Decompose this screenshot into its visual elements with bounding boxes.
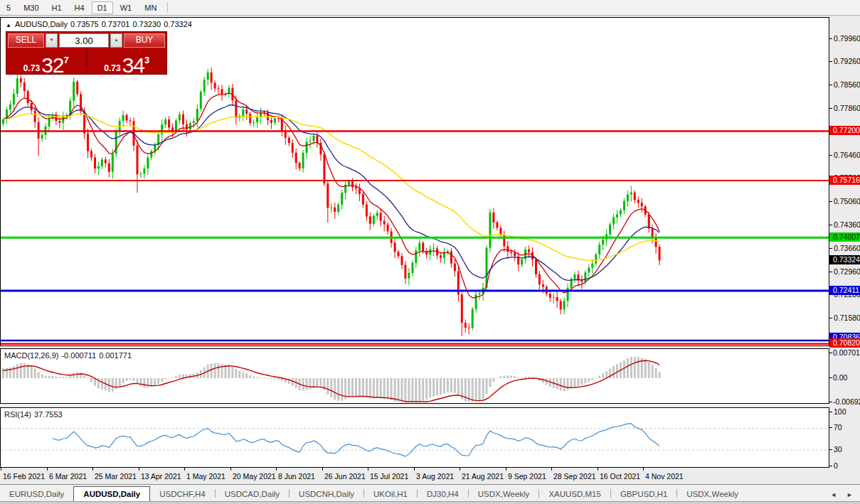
- rsi-indicator-pane[interactable]: RSI(14)37.7553: [0, 407, 829, 468]
- tab-usdcnh-daily[interactable]: USDCNH,Daily: [290, 488, 363, 501]
- tab-usdx-weekly[interactable]: USDX,Weekly: [677, 488, 748, 501]
- toolbar-separator: [167, 2, 168, 13]
- price-axis-label: 0.78560: [829, 80, 860, 90]
- price-axis-label: 0.72960: [829, 267, 860, 277]
- tab-dj30-h4[interactable]: DJ30,H4: [418, 488, 468, 501]
- quote-open: 0.73575: [70, 20, 99, 28]
- price-level-badge: 0.75716: [829, 176, 860, 185]
- ask-prefix: 0.73: [104, 63, 120, 73]
- macd-signal-value: 0.001771: [99, 351, 132, 360]
- timeframe-toolbar: 5M30H1H4D1W1MN: [0, 0, 860, 16]
- price-axis-label: 0.76460: [829, 151, 860, 160]
- date-label: 13 Apr 2021: [141, 472, 181, 481]
- date-tick: [551, 468, 552, 471]
- rsi-label: RSI(14)37.7553: [4, 410, 65, 419]
- quote-low: 0.73230: [132, 20, 161, 28]
- date-label: 4 Nov 2021: [645, 472, 684, 481]
- timeframe-button-mn[interactable]: MN: [139, 1, 162, 14]
- timeframe-button-h1[interactable]: H1: [46, 1, 68, 14]
- date-tick: [276, 468, 277, 471]
- macd-axis-label: 0.00: [829, 373, 860, 382]
- tab-usdchf-h4[interactable]: USDCHF,H4: [150, 488, 215, 501]
- volume-increase-button[interactable]: ▲: [110, 33, 122, 48]
- timeframe-button-5[interactable]: 5: [1, 1, 16, 14]
- price-axis-label: 0.73660: [829, 244, 860, 253]
- tab-eurusd-daily[interactable]: EURUSD,Daily: [0, 488, 73, 501]
- macd-indicator-pane[interactable]: MACD(12,26,9)-0.0007110.001771: [0, 348, 829, 404]
- tab-audusd-daily[interactable]: AUDUSD,Daily: [73, 486, 150, 501]
- macd-label: MACD(12,26,9)-0.0007110.001771: [4, 351, 134, 360]
- bid-price-display[interactable]: 0.73327: [6, 48, 86, 73]
- timeframe-button-h4[interactable]: H4: [69, 1, 90, 14]
- price-axis-label: 0.79260: [829, 57, 860, 66]
- price-level-badge: 0.77200: [829, 126, 860, 135]
- ask-pipette: 3: [144, 55, 149, 65]
- macd-name: MACD(12,26,9): [4, 351, 58, 360]
- price-level-badge: 0.73324: [829, 255, 860, 264]
- date-label: 25 Mar 2021: [95, 472, 137, 481]
- date-tick: [139, 468, 139, 471]
- rsi-axis-label: 0: [829, 461, 860, 471]
- sell-button[interactable]: SELL: [8, 33, 44, 48]
- buy-button[interactable]: BUY: [124, 33, 165, 48]
- tab-scroll-left-icon[interactable]: ◄: [830, 491, 837, 498]
- quote-close: 0.73324: [164, 20, 192, 28]
- date-label: 26 Jun 2021: [324, 472, 366, 481]
- price-axis-label: 0.79960: [829, 34, 860, 43]
- price-axis-label: 0.71580: [829, 313, 860, 323]
- price-axis-label: 0.75060: [829, 197, 860, 206]
- ask-price-display[interactable]: 0.73343: [87, 48, 167, 73]
- trading-terminal: 5M30H1H4D1W1MN ▲AUDUSD,Daily0.735750.737…: [0, 0, 860, 504]
- rsi-name: RSI(14): [4, 410, 31, 419]
- price-axis: 0.799600.792600.785600.778600.771600.764…: [829, 0, 860, 484]
- date-label: 8 Jun 2021: [278, 472, 315, 481]
- bid-big-digits: 32: [41, 53, 63, 77]
- bid-prefix: 0.73: [23, 63, 40, 73]
- tab-gbpusd-h1[interactable]: GBPUSD,H1: [611, 488, 676, 501]
- macd-axis-label: -0.006923: [829, 397, 860, 407]
- macd-axis-label: 0.007015: [829, 348, 860, 358]
- rsi-axis-label: 100: [829, 407, 860, 417]
- tab-xauusd-m15[interactable]: XAUUSD,M15: [539, 488, 610, 501]
- date-tick: [230, 468, 231, 471]
- timeframe-button-d1[interactable]: D1: [92, 1, 113, 14]
- date-tick: [368, 468, 368, 471]
- chart-quote-header: ▲AUDUSD,Daily0.735750.737010.732300.7332…: [6, 20, 195, 28]
- date-label: 21 Aug 2021: [462, 472, 504, 481]
- ask-big-digits: 34: [122, 53, 144, 77]
- volume-input[interactable]: [59, 33, 109, 48]
- date-tick: [643, 468, 644, 471]
- timeframe-button-w1[interactable]: W1: [115, 1, 138, 14]
- date-label: 16 Oct 2021: [600, 472, 640, 481]
- symbol-period-label: AUDUSD,Daily: [15, 20, 68, 28]
- rsi-axis-label: 30: [829, 445, 860, 454]
- price-axis-label: 0.74360: [829, 220, 860, 230]
- bottom-strip: [0, 501, 860, 504]
- timeframe-button-m30[interactable]: M30: [18, 1, 44, 14]
- date-tick: [92, 468, 93, 471]
- date-label: 20 May 2021: [233, 472, 276, 481]
- date-tick: [1, 468, 1, 471]
- date-axis: 16 Feb 20216 Mar 202125 Mar 202113 Apr 2…: [0, 468, 829, 484]
- tab-scroll-right-icon[interactable]: ►: [846, 491, 853, 498]
- tab-usdcad-daily[interactable]: USDCAD,Daily: [216, 488, 289, 501]
- date-label: 15 Jul 2021: [370, 472, 408, 481]
- price-level-badge: 0.74007: [829, 232, 860, 242]
- tab-usdx-weekly[interactable]: USDX,Weekly: [469, 488, 539, 501]
- date-label: 1 May 2021: [186, 472, 225, 481]
- tab-scroll-nav: ◄►: [830, 491, 853, 498]
- chart-tab-bar: EURUSD,DailyAUDUSD,DailyUSDCHF,H4USDCAD,…: [0, 484, 860, 501]
- price-axis-label: 0.77860: [829, 104, 860, 113]
- date-tick: [47, 468, 48, 471]
- date-tick: [184, 468, 185, 471]
- bid-pipette: 7: [64, 55, 69, 65]
- tab-ukoil-h1[interactable]: UKOil,H1: [364, 488, 417, 501]
- rsi-value: 37.7553: [34, 410, 63, 419]
- date-tick: [414, 468, 415, 471]
- macd-value: -0.000711: [61, 351, 96, 360]
- price-level-badge: 0.70820: [829, 338, 860, 348]
- volume-decrease-button[interactable]: ▼: [46, 33, 58, 48]
- date-tick: [322, 468, 323, 471]
- collapse-arrow-icon[interactable]: ▲: [6, 22, 11, 28]
- date-tick: [506, 468, 506, 471]
